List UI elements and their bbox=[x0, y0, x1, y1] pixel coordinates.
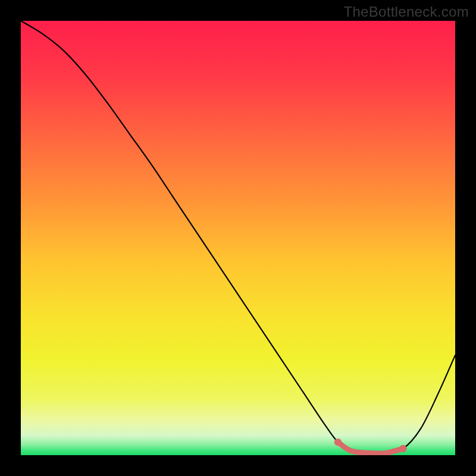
svg-point-2 bbox=[399, 445, 406, 452]
optimal-segment bbox=[338, 442, 403, 453]
plot-area bbox=[21, 21, 455, 455]
bottleneck-curve bbox=[21, 21, 455, 453]
curve-layer bbox=[21, 21, 455, 455]
svg-point-1 bbox=[334, 439, 342, 446]
chart-frame: TheBottleneck.com bbox=[0, 0, 476, 476]
watermark-label: TheBottleneck.com bbox=[343, 4, 469, 20]
